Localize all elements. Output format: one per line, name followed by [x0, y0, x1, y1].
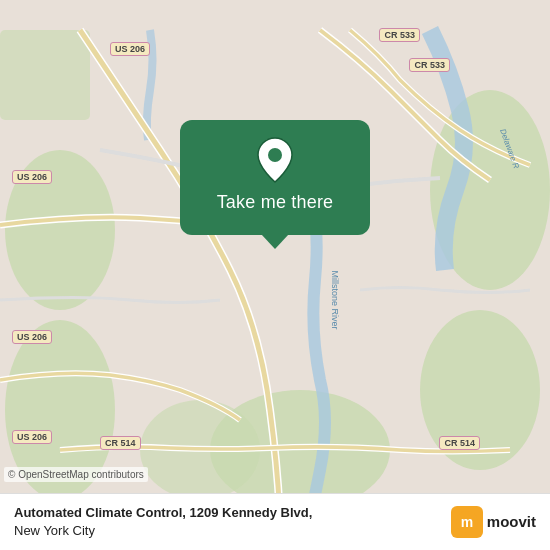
road-label-us206-bottom: US 206: [12, 430, 52, 444]
svg-rect-6: [0, 30, 90, 120]
popup-card[interactable]: Take me there: [180, 120, 370, 235]
svg-text:m: m: [461, 514, 473, 530]
road-label-cr533-mid: CR 533: [409, 58, 450, 72]
road-label-cr533-top: CR 533: [379, 28, 420, 42]
svg-point-4: [420, 310, 540, 470]
info-bar-text: Automated Climate Control, 1209 Kennedy …: [14, 504, 451, 540]
map-attribution: © OpenStreetMap contributors: [4, 467, 148, 482]
road-label-us206-top: US 206: [110, 42, 150, 56]
moovit-logo-text: moovit: [487, 513, 536, 530]
svg-point-9: [268, 148, 282, 162]
take-me-there-button[interactable]: Take me there: [217, 192, 334, 213]
road-label-cr514-left: CR 514: [100, 436, 141, 450]
moovit-icon: m: [451, 506, 483, 538]
millstone-river-label: Millstone River: [330, 270, 340, 329]
road-label-us206-lower: US 206: [12, 330, 52, 344]
moovit-logo: m moovit: [451, 506, 536, 538]
map-container: Delaware R US 206 CR 533 US 206 CR 533 U…: [0, 0, 550, 550]
location-pin-icon: [253, 138, 297, 182]
info-bar: Automated Climate Control, 1209 Kennedy …: [0, 493, 550, 550]
info-bar-subtitle: New York City: [14, 522, 451, 540]
info-bar-title: Automated Climate Control, 1209 Kennedy …: [14, 504, 451, 522]
road-label-cr514-right: CR 514: [439, 436, 480, 450]
road-label-us206-mid: US 206: [12, 170, 52, 184]
